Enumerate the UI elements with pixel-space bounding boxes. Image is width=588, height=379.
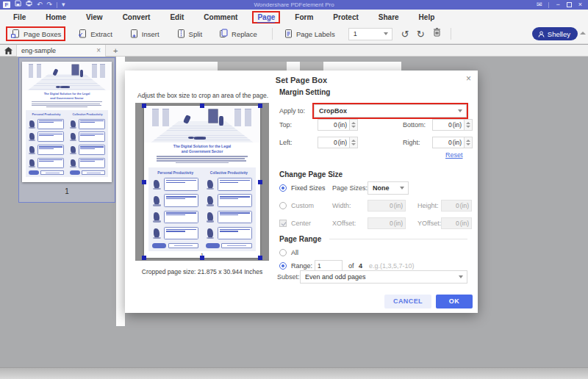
right-input[interactable]: 0(in) <box>432 137 465 148</box>
page-thumbnail[interactable]: The Digital Solution for the Legal and G… <box>18 57 115 203</box>
crop-handle-bottom-center[interactable] <box>200 256 204 260</box>
split-button[interactable]: Split <box>173 26 205 41</box>
customize-toolbar-dropdown-icon[interactable]: ▾ <box>62 0 65 10</box>
left-spinner[interactable] <box>350 137 358 148</box>
menu-comment[interactable]: Comment <box>204 12 237 23</box>
behind-page-fragment <box>300 62 323 71</box>
page-number-combo[interactable]: 1 <box>348 28 392 40</box>
left-input[interactable]: 0(in) <box>318 137 350 148</box>
document-paragraph <box>32 101 101 108</box>
menu-file[interactable]: File <box>13 12 26 23</box>
apply-to-label: Apply to: <box>279 105 305 117</box>
menu-page[interactable]: Page <box>252 11 280 24</box>
mini-document: The Digital Solution for the Legal and G… <box>22 62 112 182</box>
bottom-spinner[interactable] <box>465 119 473 131</box>
menu-view[interactable]: View <box>86 12 103 23</box>
right-label: Right: <box>403 137 420 148</box>
save-icon[interactable] <box>15 0 21 10</box>
right-spinner[interactable] <box>465 137 473 148</box>
subset-label: Subset: <box>277 271 300 283</box>
crop-preview: The Digital Solution for the Legal and G… <box>135 103 269 261</box>
custom-radio[interactable] <box>279 202 287 209</box>
range-radio[interactable] <box>279 262 287 270</box>
crop-handle-top-left[interactable] <box>142 104 146 108</box>
new-tab-icon[interactable]: + <box>113 46 118 55</box>
page-boxes-button[interactable]: Page Boxes <box>6 26 65 41</box>
collapse-toolbar-icon[interactable] <box>580 32 586 35</box>
page-toolbar: Page Boxes Extract Insert Split Replace … <box>0 24 588 44</box>
menu-home[interactable]: Home <box>46 12 66 23</box>
top-spinner[interactable] <box>350 119 358 131</box>
page-labels-button[interactable]: Page Labels <box>280 26 338 41</box>
custom-label: Custom <box>291 200 314 212</box>
menu-form[interactable]: Form <box>295 12 313 23</box>
menu-share[interactable]: Share <box>379 12 399 23</box>
center-label: Center <box>291 217 311 229</box>
menu-protect[interactable]: Protect <box>333 12 358 23</box>
dialog-close-icon[interactable]: × <box>466 73 471 84</box>
crop-handle-middle-left[interactable] <box>142 180 146 184</box>
print-icon[interactable] <box>26 0 32 10</box>
cancel-button[interactable]: CANCEL <box>384 295 431 308</box>
messages-icon[interactable]: ✉ <box>537 0 542 10</box>
bottom-input[interactable]: 0(in) <box>432 119 465 131</box>
document-col1-heading: Personal Productivity <box>152 171 198 175</box>
dialog-title: Set Page Box <box>125 76 478 84</box>
menu-help[interactable]: Help <box>419 12 435 23</box>
apply-to-dropdown[interactable]: CropBox <box>314 104 467 118</box>
page-number-value: 1 <box>354 30 357 37</box>
top-input[interactable]: 0(in) <box>318 119 350 131</box>
page-sizes-label: Page Sizes: <box>332 182 368 194</box>
status-bar <box>0 367 588 379</box>
crop-handle-middle-right[interactable] <box>258 180 262 184</box>
crop-handle-top-center[interactable] <box>200 104 204 108</box>
close-window-button[interactable]: × <box>578 0 582 10</box>
reset-link[interactable]: Reset <box>445 151 463 159</box>
yoffset-input: 0(in) <box>441 217 472 229</box>
home-tab-icon[interactable] <box>0 44 16 57</box>
rotate-left-icon[interactable]: ↺ <box>401 28 409 40</box>
crop-handle-top-right[interactable] <box>258 104 262 108</box>
chevron-down-icon <box>458 109 462 112</box>
ok-button[interactable]: OK <box>436 295 473 308</box>
replace-button[interactable]: Replace <box>215 26 260 41</box>
crop-handle-bottom-left[interactable] <box>142 256 146 260</box>
thumbnail-page-number: 1 <box>19 187 115 195</box>
extract-button[interactable]: Extract <box>74 26 115 41</box>
app-logo-icon: F <box>3 1 10 8</box>
maximize-button[interactable] <box>567 2 572 7</box>
page-sizes-dropdown[interactable]: None <box>368 181 409 195</box>
document-col2-heading: Collective Productivity <box>206 171 252 175</box>
document-tab-label: eng-sample <box>21 47 56 54</box>
delete-page-icon[interactable] <box>432 27 442 40</box>
menu-edit[interactable]: Edit <box>170 12 184 23</box>
document-illustration <box>22 62 112 90</box>
change-page-size-heading: Change Page Size <box>279 170 343 178</box>
left-label: Left: <box>279 137 293 148</box>
insert-button[interactable]: Insert <box>126 26 162 41</box>
window-title: Wondershare PDFelement Pro <box>0 1 588 8</box>
fixed-sizes-label: Fixed Sizes <box>291 182 326 194</box>
menu-bar: File Home View Convert Edit Comment Page… <box>0 10 588 24</box>
menu-convert[interactable]: Convert <box>123 12 151 23</box>
minimize-button[interactable]: − <box>556 0 559 10</box>
crop-handle-bottom-right[interactable] <box>258 256 262 260</box>
page-range-heading: Page Range <box>279 235 321 243</box>
document-page-behind-top <box>125 62 401 71</box>
user-account-button[interactable]: Shelley <box>532 27 578 40</box>
rotate-right-icon[interactable]: ↻ <box>417 28 425 40</box>
document-tab[interactable]: eng-sample × <box>16 45 106 57</box>
extract-label: Extract <box>90 30 112 38</box>
all-pages-radio[interactable] <box>279 249 287 256</box>
page-boxes-label: Page Boxes <box>24 30 61 38</box>
top-label: Top: <box>279 119 292 131</box>
fixed-sizes-radio[interactable] <box>279 184 287 192</box>
subset-dropdown[interactable]: Even and odd pages <box>300 270 467 284</box>
crop-preview-page[interactable]: The Digital Solution for the Legal and G… <box>144 106 260 258</box>
width-input: 0(in) <box>368 200 406 212</box>
redo-icon[interactable]: ↷ <box>47 0 53 10</box>
user-icon <box>538 31 545 37</box>
close-tab-icon[interactable]: × <box>96 46 101 54</box>
undo-icon[interactable]: ↶ <box>37 0 43 10</box>
page-labels-label: Page Labels <box>296 30 335 38</box>
